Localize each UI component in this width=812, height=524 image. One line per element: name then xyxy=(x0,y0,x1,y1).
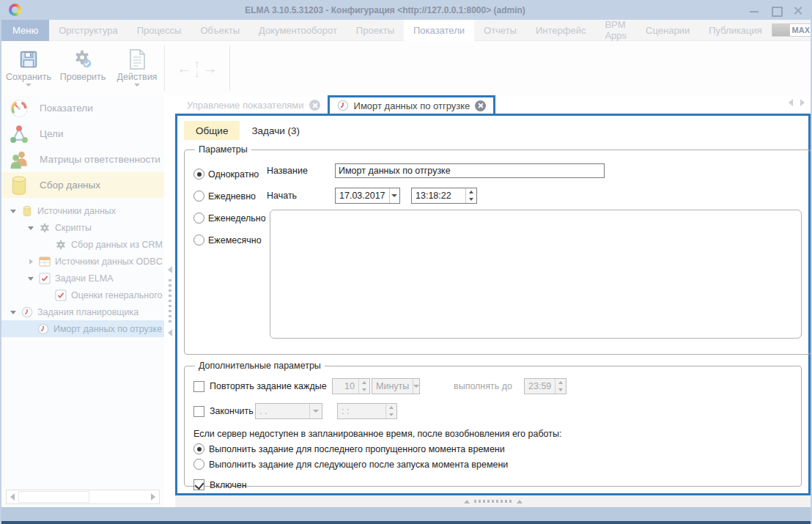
tab-shipment-import[interactable]: Иморт данных по отгрузке xyxy=(328,95,496,114)
menu-item-objects[interactable]: Объекты xyxy=(191,20,249,41)
scrollbar-track[interactable] xyxy=(18,490,147,503)
finish-time-spinner[interactable]: : : xyxy=(337,403,397,419)
menu-item-publication[interactable]: Публикация xyxy=(699,20,772,41)
actions-button[interactable]: Действия xyxy=(110,41,164,95)
gear-icon xyxy=(54,238,67,251)
tree-item-elma-tasks[interactable]: Задачи ELMA xyxy=(1,270,164,287)
spin-down-icon[interactable] xyxy=(359,386,369,394)
run-until-time-spinner[interactable]: 23:59 xyxy=(524,378,566,394)
sidebar-splitter[interactable] xyxy=(164,95,175,507)
menu-item-reports[interactable]: Отчеты xyxy=(474,20,526,41)
enabled-checkbox-row[interactable]: Включен xyxy=(193,479,792,490)
start-time-spinner[interactable]: 13:18:22 xyxy=(411,188,477,204)
tree-item-odbc-sources[interactable]: Источники данных ODBC xyxy=(1,253,164,270)
tree-item-shipment-import[interactable]: Иморт данных по отрузке xyxy=(1,320,164,337)
splitter-handle[interactable] xyxy=(169,279,171,323)
radio-icon[interactable] xyxy=(193,443,204,454)
max-label: MAX xyxy=(790,26,812,34)
enabled-checkbox[interactable] xyxy=(193,479,204,490)
expander-open-icon[interactable] xyxy=(10,208,16,214)
collapse-left-icon[interactable] xyxy=(168,266,172,273)
tab-close-icon[interactable] xyxy=(309,100,320,111)
finish-checkbox[interactable] xyxy=(193,406,204,417)
resize-up-icon[interactable] xyxy=(517,500,523,503)
max-toggle-button[interactable]: MAX xyxy=(772,23,812,37)
minimize-button[interactable] xyxy=(749,6,759,15)
spin-up-icon[interactable] xyxy=(556,379,566,386)
nav-down-icon[interactable]: ↓ xyxy=(194,68,200,78)
nav-back-icon[interactable]: ← xyxy=(177,61,191,75)
spin-down-icon[interactable] xyxy=(556,386,566,394)
menu-item-processes[interactable]: Процессы xyxy=(128,20,191,41)
repeat-interval-spinner[interactable]: 10 xyxy=(332,378,370,394)
scroll-right-icon[interactable] xyxy=(147,490,159,503)
tree-item-data-sources[interactable]: Источники данных xyxy=(1,202,164,219)
scrollbar-thumb[interactable] xyxy=(18,491,89,503)
radio-icon[interactable] xyxy=(193,459,204,470)
menu-item-bpm-apps[interactable]: BPM Apps xyxy=(595,20,636,41)
spin-down-icon[interactable] xyxy=(466,196,476,203)
radio-run-next[interactable]: Выполнить задание для следующего после з… xyxy=(193,459,792,470)
dropdown-caret-icon[interactable] xyxy=(309,404,322,418)
finish-date-picker[interactable]: . . xyxy=(255,403,322,419)
tree-item-ceo-evaluations[interactable]: Оценки генерального дире xyxy=(1,287,164,303)
sidebar-item-goals[interactable]: Цели xyxy=(1,121,164,147)
expander-open-icon[interactable] xyxy=(10,309,16,315)
radio-icon[interactable] xyxy=(193,213,204,224)
tab-scroll-right-icon[interactable] xyxy=(800,99,805,106)
titlebar: ELMA 3.10.5.31203 - Конфигурация <http:/… xyxy=(1,0,811,20)
tab-indicator-management[interactable]: Управление показателями xyxy=(180,97,328,114)
start-date-picker[interactable]: 17.03.2017 xyxy=(335,188,400,204)
menu-button[interactable]: Меню xyxy=(1,20,49,41)
radio-icon[interactable] xyxy=(193,169,204,180)
spin-up-icon[interactable] xyxy=(466,188,476,196)
expander-open-icon[interactable] xyxy=(28,276,34,281)
nav-forward-icon[interactable]: → xyxy=(203,61,218,75)
tree-item-crm-collection[interactable]: Сбор данных из CRM xyxy=(1,236,164,253)
radio-daily[interactable]: Ежедневно xyxy=(193,190,266,202)
menu-item-interface[interactable]: Интерфейс xyxy=(526,20,595,41)
save-button[interactable]: Сохранить xyxy=(1,41,56,95)
maximize-button[interactable] xyxy=(771,6,781,15)
resize-up-icon[interactable] xyxy=(464,500,470,503)
repeat-unit-select[interactable]: Минуты xyxy=(372,378,420,394)
spin-down-icon[interactable] xyxy=(386,411,396,418)
radio-icon[interactable] xyxy=(193,235,204,246)
sidebar-item-data-collection[interactable]: Сбор данных xyxy=(1,172,164,198)
resize-handle[interactable] xyxy=(474,500,512,503)
close-button[interactable] xyxy=(793,6,803,15)
sidebar-tree: Источники данных xyxy=(1,202,164,337)
tab-close-icon[interactable] xyxy=(475,100,486,111)
menu-item-orgstructure[interactable]: Оргструктура xyxy=(49,20,128,41)
sidebar-item-matrices[interactable]: Матрицы ответственности xyxy=(1,147,164,172)
sidebar-item-indicators[interactable]: Показатели xyxy=(1,95,164,121)
tab-general[interactable]: Общие xyxy=(184,121,240,140)
tab-scroll-left-icon[interactable] xyxy=(789,99,793,106)
dropdown-caret-icon[interactable] xyxy=(413,379,419,394)
name-input[interactable] xyxy=(335,163,605,178)
radio-weekly[interactable]: Еженедельно xyxy=(193,212,266,224)
repeat-checkbox[interactable] xyxy=(193,381,204,392)
radio-monthly[interactable]: Ежемесячно xyxy=(193,234,266,246)
spin-up-icon[interactable] xyxy=(386,404,396,411)
radio-once[interactable]: Однократно xyxy=(193,168,266,180)
menu-item-projects[interactable]: Проекты xyxy=(347,20,404,41)
tree-item-scripts[interactable]: Скрипты xyxy=(1,219,164,236)
radio-run-missed[interactable]: Выполнить задание для последнего пропуще… xyxy=(193,443,792,454)
menu-item-scenarios[interactable]: Сценарии xyxy=(636,20,699,41)
expander-closed-icon[interactable] xyxy=(28,259,34,265)
spin-up-icon[interactable] xyxy=(359,379,369,386)
radio-label: Ежемесячно xyxy=(208,235,262,246)
document-tabstrip: Управление показателями Иморт данных по … xyxy=(175,95,811,114)
tree-item-scheduler-jobs[interactable]: Задания планировщика xyxy=(1,303,164,320)
check-button[interactable]: Проверить xyxy=(56,41,110,95)
collapse-left-icon[interactable] xyxy=(168,329,172,336)
expander-open-icon[interactable] xyxy=(28,225,34,231)
sidebar-horizontal-scrollbar[interactable] xyxy=(6,490,160,504)
scroll-left-icon[interactable] xyxy=(7,490,18,503)
menu-item-docflow[interactable]: Документооборот xyxy=(249,20,347,41)
radio-icon[interactable] xyxy=(193,191,204,202)
tab-tasks[interactable]: Задачи (3) xyxy=(240,121,311,140)
dropdown-caret-icon[interactable] xyxy=(389,188,399,203)
menu-item-indicators[interactable]: Показатели xyxy=(404,20,474,41)
